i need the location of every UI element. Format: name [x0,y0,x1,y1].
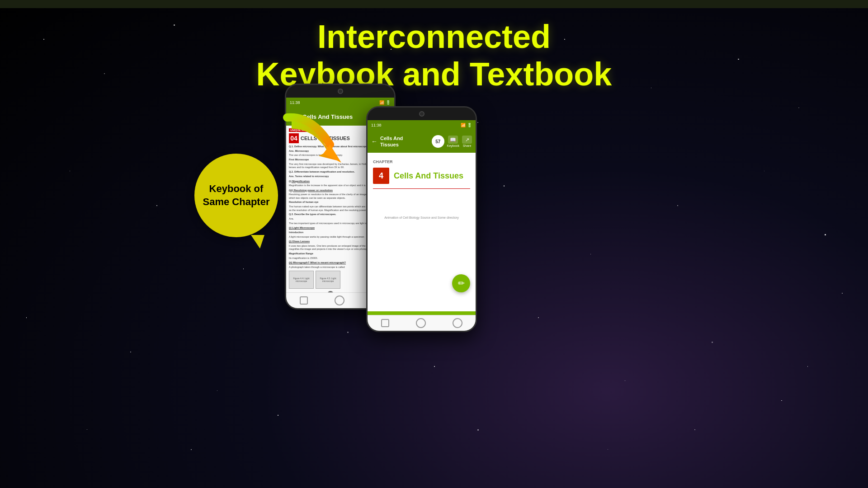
nav-home-btn-front[interactable] [416,318,426,328]
keybook-btn[interactable]: 📖 Keybook [447,136,459,147]
time-back: 11:38 [290,100,300,105]
keybook-icon: 📖 [448,136,458,144]
fab-icon: ✏ [458,278,465,288]
back-btn-front[interactable]: ← [371,138,377,145]
chapter-row: 4 Cells And Tissues [373,168,470,184]
toolbar-title-front: Cells And Tissues [380,135,429,148]
title-line-1: Interconnected [256,18,612,56]
toolbar-front: ← Cells And Tissues 57 📖 Keybook ↗ Share [368,130,476,153]
camera-back [338,89,343,94]
bubble-circle: Keybook of Same Chapter [194,154,278,237]
keybook-label: Keybook [447,144,459,147]
phone-notch-back [286,85,394,98]
keybook-chapter-num: 4 [373,168,389,184]
share-icon: ↗ [462,136,472,144]
nav-back-btn-front[interactable] [381,319,389,327]
chapter-label: CHAPTER [373,160,470,164]
bubble-text: Keybook of Same Chapter [194,176,278,215]
nav-bar-front [368,315,476,331]
share-label: Share [463,144,472,147]
keybook-separator [373,188,470,189]
badge: 57 [432,135,444,148]
time-front: 11:38 [371,123,382,127]
phone-front: 11:38 📶 🔋 ← Cells And Tissues 57 📖 Keybo… [366,106,477,332]
keybook-bubble: Keybook of Same Chapter [194,154,278,237]
status-icons-back: 📶 🔋 [379,100,391,105]
nav-back-btn[interactable] [300,296,308,305]
phone-frame-front: 11:38 📶 🔋 ← Cells And Tissues 57 📖 Keybo… [366,106,477,332]
keybook-small-text: Animation of Cell Biology Source and Som… [373,216,470,219]
keybook-chapter-title: Cells And Tissues [394,171,463,181]
title-block: Interconnected Keybook and Textbook [256,18,612,93]
camera-front [419,111,425,117]
img-1: Figure 4.4: Light microscope [289,271,314,289]
status-icons-front: 📶 🔋 [461,123,472,127]
arrow-container [278,111,359,192]
phone-notch-front [368,108,476,120]
keybook-content: CHAPTER 4 Cells And Tissues Animation of… [368,153,476,315]
keybook-bottom-bar [368,311,476,315]
arrow-icon [278,111,359,192]
nav-recent-btn-front[interactable] [453,318,462,328]
fab-button[interactable]: ✏ [452,274,470,292]
status-bar-front: 11:38 📶 🔋 [368,120,476,130]
nav-home-btn[interactable] [335,296,344,305]
img-2: Figure 4.5: Light microscope [316,271,340,289]
top-bar [0,0,868,8]
share-btn[interactable]: ↗ Share [462,136,472,147]
